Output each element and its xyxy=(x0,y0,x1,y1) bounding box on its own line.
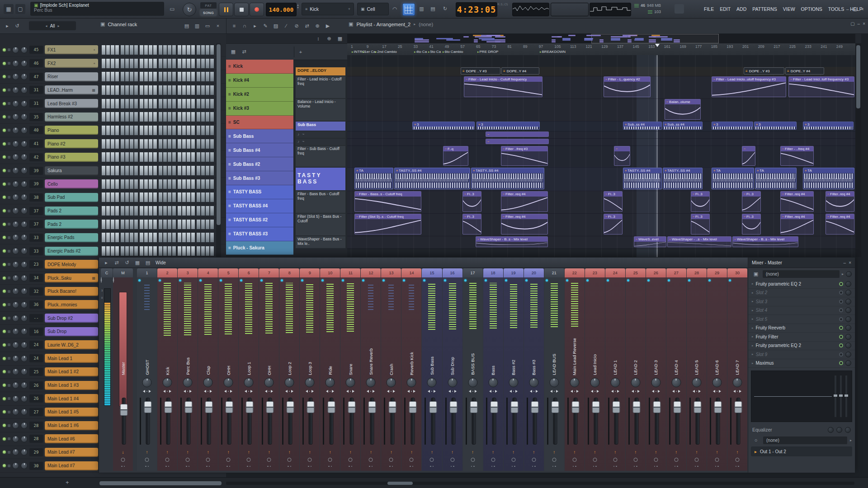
volume-fader[interactable] xyxy=(178,398,198,445)
stereo-icon[interactable] xyxy=(349,458,353,462)
mute-led[interactable] xyxy=(3,357,6,360)
step-cells[interactable] xyxy=(159,246,176,256)
step-cells[interactable] xyxy=(159,139,176,149)
pause-button[interactable] xyxy=(219,3,233,16)
playlist-track-lane[interactable] xyxy=(347,213,855,236)
pan-knob[interactable] xyxy=(12,449,19,455)
stereo-icon[interactable] xyxy=(654,458,658,462)
pattern-clip[interactable]: ≡TA xyxy=(354,168,393,189)
strip-led[interactable] xyxy=(444,279,446,282)
pan-control[interactable] xyxy=(407,390,415,393)
fader-handle[interactable] xyxy=(632,401,640,413)
volume-knob[interactable] xyxy=(21,395,28,402)
mute-led[interactable] xyxy=(3,75,6,78)
step-cells[interactable] xyxy=(102,166,119,175)
channel-button[interactable]: FX2+ xyxy=(45,59,98,68)
step-cells[interactable] xyxy=(159,45,176,55)
fader-handle[interactable] xyxy=(612,401,620,413)
maximize-button[interactable]: ▢ xyxy=(853,7,857,12)
strip-led[interactable] xyxy=(505,279,507,282)
fx-slot[interactable]: ▸Maximus xyxy=(748,359,855,368)
mixer-strip-number[interactable]: 1 xyxy=(137,268,157,277)
step-cells[interactable] xyxy=(178,192,195,202)
step-cells[interactable] xyxy=(178,112,195,122)
pan-knob[interactable] xyxy=(12,355,19,362)
automation-clip[interactable]: ~Fi..3 xyxy=(742,191,761,212)
channel-select-icon[interactable] xyxy=(8,317,10,319)
route-to-master-icon[interactable]: ↑ xyxy=(727,450,747,455)
volume-fader[interactable] xyxy=(666,398,686,445)
pan-knob[interactable] xyxy=(12,167,19,174)
mute-icon[interactable]: ⊘ xyxy=(292,21,301,30)
mute-led[interactable] xyxy=(3,343,6,347)
channel-select-icon[interactable] xyxy=(8,48,10,51)
route-to-master-icon[interactable]: ↑ xyxy=(626,450,646,455)
slot-mix-knob[interactable] xyxy=(845,325,851,331)
mixer-strip-name[interactable]: LEAD 5 xyxy=(687,335,707,375)
mixer-strip[interactable]: 26LEAD 3↑ xyxy=(646,268,666,471)
time-display[interactable]: 4:23:05 xyxy=(456,2,497,17)
preset-menu-icon[interactable]: ▣ xyxy=(751,269,760,278)
pan-knob[interactable] xyxy=(12,301,19,308)
eq-band-slider-3[interactable] xyxy=(845,375,847,417)
add-pattern-icon[interactable]: + xyxy=(348,7,350,11)
route-to-master-icon[interactable]: ↑ xyxy=(361,450,381,455)
automation-clip[interactable]: ~ xyxy=(614,146,630,166)
picker-item[interactable]: ≡Pluck - Sakura xyxy=(226,241,293,255)
step-cells[interactable] xyxy=(159,192,176,202)
tempo-display[interactable]: 140.000 xyxy=(266,3,297,16)
step-grid[interactable] xyxy=(102,246,214,256)
volume-fader[interactable] xyxy=(585,398,605,445)
route-to-master-icon[interactable]: ↑ xyxy=(178,450,198,455)
fader-handle[interactable] xyxy=(429,401,437,413)
mixer-strip-name[interactable]: Kick xyxy=(157,335,177,375)
channel-button[interactable]: Sakura xyxy=(45,166,98,175)
pan-knob[interactable] xyxy=(12,436,19,442)
menu-options[interactable]: OPTIONS xyxy=(801,6,822,12)
mixer-strip[interactable]: 30LEAD 7↑ xyxy=(727,268,747,471)
strip-led[interactable] xyxy=(301,279,303,282)
automation-clip[interactable]: ~Fi..3 xyxy=(691,191,710,212)
playlist-track-header[interactable]: Filter - Sub Bass - Cutoff freq xyxy=(295,145,346,167)
stop-button[interactable] xyxy=(234,3,249,16)
slot-enable-led[interactable] xyxy=(839,308,843,312)
step-cells[interactable] xyxy=(178,126,195,135)
channel-button[interactable]: Piano #2 xyxy=(45,139,98,148)
channel-select-icon[interactable] xyxy=(8,210,10,212)
volume-fader[interactable] xyxy=(239,398,259,445)
panel-icon-2[interactable] xyxy=(675,4,684,14)
step-cells[interactable] xyxy=(178,99,195,108)
volume-knob[interactable] xyxy=(21,167,28,174)
channel-select-icon[interactable] xyxy=(8,62,10,65)
mute-led[interactable] xyxy=(3,277,6,280)
step-cells[interactable] xyxy=(197,192,214,202)
mute-led[interactable] xyxy=(3,183,6,186)
mixer-strip-name[interactable]: LEAD 4 xyxy=(666,335,686,375)
strip-led[interactable] xyxy=(403,279,405,282)
route-to-master-icon[interactable]: ↑ xyxy=(666,450,686,455)
volume-fader[interactable] xyxy=(137,398,157,445)
route-to-master-icon[interactable]: ↑ xyxy=(443,450,462,455)
loop-record-button[interactable]: ↻ xyxy=(183,3,196,16)
route-to-master-icon[interactable]: ↑ xyxy=(565,450,585,455)
mixer-strip[interactable]: 6Loop 1↑ xyxy=(239,268,259,471)
automation-clip[interactable]: ~ xyxy=(486,139,549,144)
fader-handle[interactable] xyxy=(551,401,559,413)
channel-button[interactable]: Piano #3 xyxy=(45,153,98,162)
playlist-track-header[interactable]: Balance - Lead Inicio - Volume xyxy=(295,99,346,121)
strip-led[interactable] xyxy=(627,279,629,282)
strip-led[interactable] xyxy=(423,279,425,282)
picker-item[interactable]: ≡TASTY BASS #2 xyxy=(226,213,293,227)
pan-control[interactable] xyxy=(632,390,640,393)
mute-led[interactable] xyxy=(3,115,6,118)
step-cells[interactable] xyxy=(102,112,119,122)
mixer-strip-number[interactable]: 28 xyxy=(687,268,707,277)
undo-icon[interactable]: ↺ xyxy=(13,21,22,30)
step-cells[interactable] xyxy=(197,99,214,108)
stereo-icon[interactable] xyxy=(145,458,149,462)
channel-button[interactable]: DOPE Melody xyxy=(45,260,98,269)
pattern-clip[interactable]: ≡DOPE ..Y #3 xyxy=(744,67,784,75)
step-cells[interactable] xyxy=(102,99,119,108)
volume-knob[interactable] xyxy=(21,87,28,94)
step-grid[interactable] xyxy=(102,139,214,149)
